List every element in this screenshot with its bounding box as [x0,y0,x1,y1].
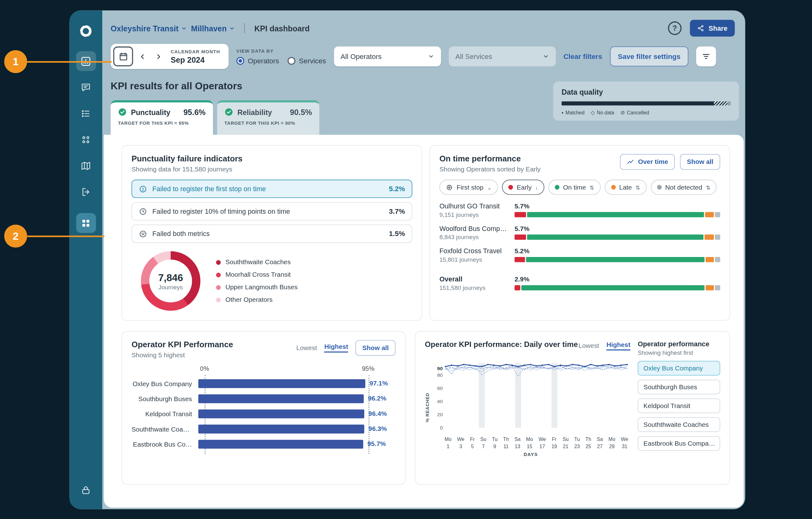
breadcrumb-org-label: Oxleyshire Transit [111,24,178,33]
operator-block: Oulhurst GO Transit9,151 journeys [439,202,509,218]
tick-date: 31 [622,443,628,449]
tick-date: 21 [563,443,569,449]
failure-indicator[interactable]: Failed to register the first stop on tim… [132,180,412,198]
next-month-button[interactable] [152,49,165,64]
tick-date: 7 [482,443,485,449]
breadcrumb-org[interactable]: Oxleyshire Transit [111,24,186,33]
help-button[interactable]: ? [668,21,682,35]
services-dropdown[interactable]: All Services [449,46,556,66]
bar-segment-late [705,212,714,218]
radio-operators[interactable]: Operators [236,57,279,64]
status-dot-icon [509,185,513,190]
tab-punctuality[interactable]: Punctuality 95.6% TARGET FOR THIS KPI = … [111,100,213,135]
operator-show-all-button[interactable]: Show all [355,340,396,356]
chip-early[interactable]: Early↓ [502,180,545,195]
kpi-bar [198,379,365,388]
chip-label: Not detected [665,184,702,191]
calendar-box: CALENDAR MONTH Sep 2024 [111,44,228,69]
radio-services[interactable]: Services [288,57,326,64]
annotation-number-2: 2 [4,225,27,248]
tick-day: Tu [574,436,580,442]
nav-services[interactable] [76,130,95,149]
calendar-button[interactable] [113,46,133,66]
tick-date: 1 [446,443,450,449]
status-dot-icon [555,185,559,190]
calendar-icon [118,51,128,61]
svg-text:40: 40 [437,399,443,404]
nav-sign-out[interactable] [76,182,95,201]
kpi-bar [198,425,364,433]
early-percent-label: 5.7% [515,225,720,232]
failure-indicators-card: Punctuality failure indicators Showing d… [121,145,422,321]
breadcrumb-area[interactable]: Millhaven [191,24,235,33]
prev-month-button[interactable] [136,49,149,64]
bar-value-label: 97.1% [370,379,388,388]
clear-filters-button[interactable]: Clear filters [563,52,602,60]
lowest-toggle[interactable]: Lowest [296,344,317,351]
x-tick: Sa13 [515,436,520,449]
view-data-by-radios: Operators Services [236,57,326,64]
nav-reports[interactable] [76,103,95,123]
check-circle-icon [225,108,233,116]
radio-dot-icon [236,57,244,64]
ontime-row: Foxfold Cross Travel15,801 journeys5.2% [439,247,720,263]
annotation-number-1: 1 [4,50,27,73]
failure-indicator[interactable]: Failed both metrics1.5% [132,225,412,243]
sort-arrow-icon: ⇅ [706,184,710,190]
show-all-label: Show all [687,158,713,165]
sort-arrow-icon: ⇅ [636,184,640,190]
bar-segment-not-detected [715,257,720,262]
sort-toggle: Lowest Highest [578,340,630,350]
first-stop-dropdown[interactable]: First stop ⌄ [439,180,498,195]
save-filter-settings-button[interactable]: Save filter settings [610,46,688,66]
over-time-button[interactable]: Over time [620,154,675,170]
nav-feedback[interactable] [76,77,95,97]
bar-row: Oxley Bus Company97.1% [132,376,396,391]
kpi-tabs: Punctuality 95.6% TARGET FOR THIS KPI = … [111,100,745,135]
bar-category-label: Souththwaite Coac… [132,425,198,433]
operator-list-item[interactable]: Southburgh Buses [638,380,720,394]
ontime-row: Oulhurst GO Transit9,151 journeys5.7% [439,202,720,218]
bar-value-label: 96.4% [369,410,387,418]
check-circle-icon [118,108,127,116]
share-button[interactable]: Share [690,20,735,36]
tick-day: We [457,436,464,442]
nav-app-switcher[interactable] [76,213,95,233]
lowest-toggle[interactable]: Lowest [578,342,599,350]
operator-performance-panel: Operator performance Showing highest fir… [638,340,720,476]
nav-map[interactable] [76,156,95,175]
highest-toggle[interactable]: Highest [324,343,348,353]
bar-segment-early [515,257,525,262]
tick-day: Sa [515,436,520,442]
x-axis-label: DAYS [431,452,631,457]
line-chart-icon [627,158,634,166]
nav-lock[interactable] [76,480,95,500]
radio-dot-icon [288,57,295,64]
chip-late[interactable]: Late⇅ [605,180,647,195]
operator-list-item[interactable]: Eastbrook Bus Compa… [638,436,720,451]
filter-settings-button[interactable] [696,46,716,66]
daily-over-time-card: Operator KPI performance: Daily over tim… [415,331,730,485]
tick-day: Mo [608,436,615,442]
svg-text:90: 90 [437,366,443,371]
x-tick: Su21 [563,436,569,449]
share-icon [697,24,704,32]
operators-dropdown[interactable]: All Operators [334,46,441,66]
chip-not-detected[interactable]: Not detected⇅ [651,180,717,195]
ontime-show-all-button[interactable]: Show all [680,154,720,170]
bar-segment-early [515,285,520,291]
failure-indicator[interactable]: Failed to register 10% of timing points … [132,202,412,220]
tick-day: Mo [445,436,452,442]
x-tick: Fr19 [551,436,557,449]
x-tick: Tu9 [492,436,498,449]
radio-operators-label: Operators [248,57,279,64]
failure-donut: 7,846 Journeys [141,251,200,311]
operator-list-item[interactable]: Oxley Bus Company [638,361,720,376]
operator-list-item[interactable]: Keldpool Transit [638,399,720,413]
tab-reliability[interactable]: Reliability 90.5% TARGET FOR THIS KPI = … [217,100,319,135]
tab-value: 90.5% [290,108,312,116]
highest-toggle[interactable]: Highest [607,341,630,350]
operator-list-item[interactable]: Souththwaite Coaches [638,417,720,432]
chip-on-time[interactable]: On time⇅ [548,180,600,195]
chevron-down-icon [543,53,549,59]
